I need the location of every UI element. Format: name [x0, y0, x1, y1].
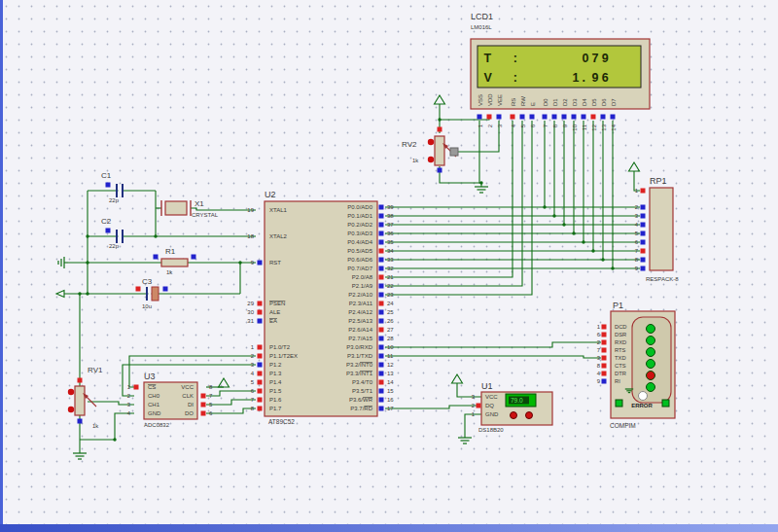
u2-pin-label: P3.3/INT1 — [346, 371, 373, 376]
lcd-screen — [477, 46, 641, 88]
pin-square — [572, 115, 577, 120]
pin-square — [379, 310, 384, 315]
wire-junction — [113, 438, 116, 441]
pot-drag-handle[interactable] — [450, 148, 458, 156]
lcd-pin-label: D3 — [572, 98, 578, 106]
lcd-pin-label: D1 — [552, 98, 558, 106]
wire-junction — [86, 234, 88, 237]
decrement-button[interactable] — [526, 412, 533, 419]
increment-button[interactable] — [511, 412, 517, 419]
error-label: ERROR — [631, 403, 653, 408]
pin-square — [602, 364, 607, 369]
schematic-canvas[interactable]: LCD1LM016LT:079V:1.96VSS1VDD2VEE3RS4RW5E… — [0, 0, 778, 532]
p1-pin-label: CTS — [615, 363, 626, 369]
rp1-part: RESPACK-8 — [646, 276, 679, 282]
pin-square — [602, 372, 607, 376]
u2-pin-label: EA — [269, 318, 277, 324]
temp-display-value: 79.0 — [511, 397, 523, 404]
x1-ref: X1 — [194, 199, 204, 208]
u2-pin-number: 14 — [387, 379, 394, 385]
pin-square — [78, 378, 83, 383]
wire-junction — [86, 261, 88, 264]
pot-body[interactable] — [435, 136, 444, 165]
u2-pin-number: 11 — [387, 353, 394, 359]
chip-body — [650, 188, 673, 270]
dsub-pin-led — [647, 383, 655, 392]
pin-square — [106, 229, 111, 233]
dsub-pin-led — [647, 325, 655, 334]
pin-square — [641, 258, 646, 263]
pin-square — [379, 354, 384, 359]
u2-pin-number: 10 — [387, 344, 394, 350]
pot-terminal — [68, 389, 74, 395]
lcd-pin-label: E — [530, 102, 536, 106]
u2-pin-number: 38 — [387, 213, 394, 219]
u2-pin-number: 30 — [247, 309, 254, 315]
pin-square — [552, 115, 557, 120]
pin-square — [258, 398, 263, 403]
wire-junction — [543, 205, 546, 208]
lcd1-ref: LCD1 — [471, 12, 493, 21]
pot-ref: RV1 — [88, 366, 103, 374]
pin-square — [258, 372, 263, 376]
u2-pin-label: P2.1/A9 — [352, 283, 373, 289]
pot-ref: RV2 — [402, 140, 417, 149]
u2-pin-label: P0.3/AD3 — [347, 231, 372, 236]
pin-square — [641, 205, 646, 210]
pin-square — [379, 380, 384, 385]
u2-pin-label: P1.6 — [269, 397, 282, 403]
lcd-char: 0 — [583, 52, 589, 65]
u2-pin-label: P3.7/RD — [350, 406, 372, 411]
lcd-pin-label: D6 — [601, 98, 607, 106]
lcd-char: : — [513, 52, 517, 65]
pin-square — [477, 404, 481, 408]
u2-pin-label: PSEN — [269, 301, 285, 306]
pin-square — [511, 115, 515, 120]
pin-square — [379, 258, 384, 263]
r1-value: 1k — [166, 269, 173, 275]
pin-square — [602, 379, 607, 384]
pin-square — [379, 319, 384, 324]
cap-ref: C2 — [101, 217, 112, 226]
pot-body[interactable] — [75, 386, 85, 415]
pin-square — [201, 394, 206, 399]
u2-pin-label: P0.2/AD2 — [347, 222, 372, 228]
dsub-pin-peg — [639, 392, 648, 401]
u2-pin-number: 21 — [387, 274, 394, 280]
p1-pin-label: DCD — [615, 324, 627, 330]
pin-square — [192, 255, 196, 260]
u2-pin-number: 35 — [387, 239, 394, 245]
lcd-char: : — [513, 71, 517, 85]
wire-junction — [154, 234, 157, 237]
pin-square — [379, 249, 384, 254]
u2-pin-number: 19 — [247, 207, 254, 213]
u2-pin-label: P3.5/T1 — [352, 388, 373, 394]
pin-square — [611, 115, 616, 120]
u2-part: AT89C52 — [268, 418, 295, 425]
lcd-pin-label: D2 — [562, 98, 568, 106]
dsub-pin-led — [647, 337, 655, 345]
pin-square — [134, 385, 139, 390]
u2-pin-label: P0.7/AD7 — [347, 266, 372, 271]
u2-pin-label: P1.5 — [269, 388, 282, 394]
pin-square — [520, 115, 525, 120]
u3-pin-label: GND — [148, 410, 161, 416]
pot-terminal — [68, 407, 74, 412]
lcd-pin-number: 12 — [591, 124, 597, 130]
pin-square — [497, 115, 502, 120]
window-left-edge — [0, 0, 3, 532]
wire-junction — [601, 258, 604, 261]
pin-square — [379, 398, 384, 403]
pin-square — [379, 328, 384, 333]
lcd-pin-number: 10 — [572, 124, 578, 130]
pin-square — [258, 363, 263, 368]
lcd-pin-label: D5 — [591, 98, 597, 106]
cap-gap — [119, 185, 123, 196]
proteus-schematic-window: LCD1LM016LT:079V:1.96VSS1VDD2VEE3RS4RW5E… — [0, 0, 778, 532]
u2-pin-number: 37 — [387, 222, 394, 228]
pin-square — [641, 266, 646, 271]
component-u2[interactable]: U2AT89C52XTAL119XTAL218RST9PSEN29ALE30EA… — [247, 190, 394, 425]
lcd-pin-number: 13 — [601, 124, 607, 130]
u2-pin-label: RST — [269, 260, 281, 266]
u2-pin-label: P1.0/T2 — [269, 344, 291, 350]
